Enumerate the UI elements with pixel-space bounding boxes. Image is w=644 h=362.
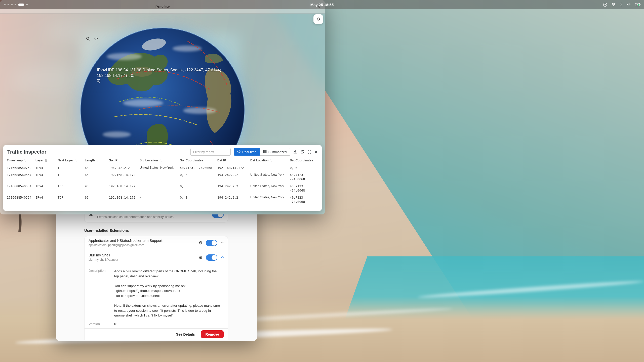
clock-icon	[237, 150, 240, 154]
appindicator-toggle[interactable]	[206, 240, 217, 246]
cell: TCP	[58, 193, 85, 205]
desktop: May 25 18:55	[0, 0, 644, 362]
cell: IPv4	[35, 182, 58, 193]
remove-button[interactable]: Remove	[201, 330, 224, 338]
table-row[interactable]: 1716688540554 IPv4 TCP 90 192.168.14.172…	[7, 182, 318, 193]
cell: 0, 0	[180, 193, 217, 205]
gear-icon: ⚙	[316, 17, 320, 21]
cell: IPv4	[35, 171, 58, 182]
volume-icon	[626, 3, 631, 7]
cell: -	[140, 182, 180, 193]
search-icon[interactable]	[84, 35, 92, 43]
col-timestamp[interactable]: Timestamp	[7, 158, 35, 164]
cell: 1716688540554	[7, 182, 35, 193]
table-row[interactable]: 1716688540752 IPv4 TCP 60 194.242.2.2 Un…	[7, 164, 318, 171]
realtime-button[interactable]: Real-time	[234, 148, 260, 156]
window-restore-icon[interactable]	[300, 150, 304, 154]
cell: 60	[85, 164, 109, 171]
cell: 66	[85, 193, 109, 205]
col-src-location[interactable]: Src Location	[140, 158, 180, 164]
description-label: Description	[89, 269, 106, 273]
sort-icon	[74, 159, 77, 162]
cell: 1716688540554	[7, 171, 35, 182]
cell: 194.242.2.2	[217, 171, 250, 182]
version-value: 61	[114, 322, 224, 326]
cell: TCP	[58, 164, 85, 171]
cell: 90	[85, 182, 109, 193]
table-row[interactable]: 1716688540554 IPv4 TCP 66 192.168.14.172…	[7, 171, 318, 182]
cell: TCP	[58, 171, 85, 182]
user-installed-extensions-heading: User-Installed Extensions	[84, 229, 129, 233]
sort-icon	[270, 159, 272, 162]
cell: 40.7123, -74.0068	[290, 193, 318, 205]
col-layer[interactable]: Layer	[35, 158, 58, 164]
use-extensions-description: Extensions can cause performance and sta…	[97, 215, 174, 219]
list-item-appindicator[interactable]: AppIndicator and KStatusNotifierItem Sup…	[85, 236, 228, 251]
col-src-ip[interactable]: Src IP	[109, 158, 140, 164]
summarized-label: Summarized	[268, 150, 287, 154]
chevron-down-icon[interactable]	[221, 241, 224, 245]
gear-icon[interactable]: ⚙	[199, 241, 203, 245]
status-check-icon	[603, 3, 607, 7]
sort-icon	[24, 159, 26, 162]
close-icon[interactable]: ✕	[314, 150, 318, 154]
packet-overlay-label: IPv4/UDP 198.54.131.98 (United States, S…	[97, 67, 253, 84]
traffic-inspector-title: Traffic Inspector	[7, 149, 47, 155]
clock-menu[interactable]: May 25 18:55	[0, 3, 644, 7]
traffic-table: Timestamp Layer Next Layer Length Src IP…	[3, 157, 322, 205]
cell: United States, New York	[140, 164, 180, 171]
realtime-label: Real-time	[242, 150, 256, 154]
gear-icon[interactable]: ⚙	[199, 255, 203, 260]
sort-icon	[159, 159, 162, 162]
blur-my-shell-toggle[interactable]	[206, 254, 217, 261]
description-text: Adds a blur look to different parts of t…	[114, 269, 228, 318]
cell: 1716688540554	[7, 193, 35, 205]
col-dst-ip[interactable]: Dst IP	[217, 158, 250, 164]
battery-charging-icon	[635, 3, 640, 6]
wifi-icon	[611, 3, 616, 7]
bluetooth-icon	[620, 3, 622, 7]
list-icon	[263, 150, 267, 154]
cell: United States, New York	[250, 171, 290, 182]
col-dst-location[interactable]: Dst Location	[250, 158, 290, 164]
cell: 192.168.14.172	[217, 164, 250, 171]
cell: -	[140, 193, 180, 205]
chevron-up-icon[interactable]	[221, 255, 224, 260]
cell: 66	[85, 171, 109, 182]
extensions-list: AppIndicator and KStatusNotifierItem Sup…	[84, 236, 228, 340]
table-row[interactable]: 1716688540554 IPv4 TCP 66 192.168.14.172…	[7, 193, 318, 205]
extension-actions: See Details Remove	[85, 328, 228, 340]
col-dst-coordinates[interactable]: Dst Coordinates	[290, 158, 318, 164]
cell: 40.7123, -74.0068	[180, 164, 217, 171]
version-label: Version	[89, 322, 100, 326]
cell: 0, 0	[180, 171, 217, 182]
download-icon[interactable]	[293, 150, 297, 154]
fullscreen-icon[interactable]	[307, 150, 311, 154]
col-length[interactable]: Length	[85, 158, 109, 164]
cell: IPv4	[35, 193, 58, 205]
settings-gear-button[interactable]: ⚙	[313, 14, 323, 24]
cell: 0, 0	[290, 164, 318, 171]
version-row: Version 61	[85, 318, 228, 328]
filter-input[interactable]	[190, 148, 231, 156]
cell: United States, New York	[250, 193, 290, 205]
cell: 40.7123, -74.0068	[290, 182, 318, 193]
cell: 192.168.14.172	[109, 171, 140, 182]
summarized-button[interactable]: Summarized	[260, 148, 290, 156]
see-details-button[interactable]: See Details	[176, 332, 195, 336]
col-src-coordinates[interactable]: Src Coordinates	[180, 158, 217, 164]
system-status-area[interactable]	[603, 0, 640, 9]
cell: 1716688540752	[7, 164, 35, 171]
cell: 40.7123, -74.0068	[290, 171, 318, 182]
cell: IPv4	[35, 164, 58, 171]
view-mode-group: Real-time Summarized	[234, 148, 290, 156]
top-bar: May 25 18:55	[0, 0, 644, 9]
preview-window: Preview ✕ ⚙	[0, 0, 325, 214]
cell: 194.242.2.2	[217, 193, 250, 205]
list-item-blur-my-shell[interactable]: Blur my Shell blur-my-shell@aunetx ⚙	[85, 251, 228, 265]
traffic-inspector-panel: Traffic Inspector Real-time Summarized	[3, 145, 322, 211]
cell: 192.168.14.172	[109, 193, 140, 205]
col-next-layer[interactable]: Next Layer	[58, 158, 85, 164]
favorite-heart-icon[interactable]	[92, 35, 100, 43]
sort-icon	[45, 159, 47, 162]
